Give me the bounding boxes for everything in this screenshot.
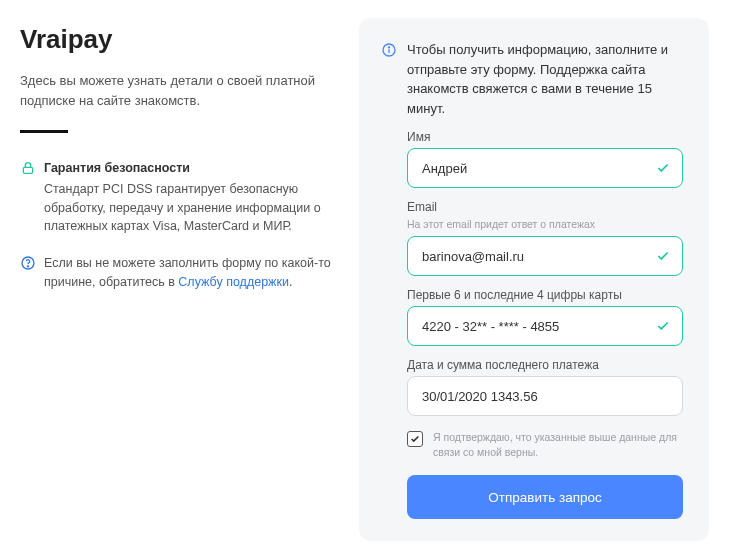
- card-label: Первые 6 и последние 4 цифры карты: [407, 288, 683, 302]
- submit-button[interactable]: Отправить запрос: [407, 475, 683, 519]
- svg-rect-0: [23, 167, 32, 173]
- check-icon: [656, 249, 670, 263]
- consent-text: Я подтверждаю, что указанные выше данные…: [433, 430, 683, 459]
- form-notice: Чтобы получить информацию, заполните и о…: [407, 40, 683, 118]
- payment-input[interactable]: [422, 389, 646, 404]
- security-heading: Гарантия безопасности: [44, 159, 335, 178]
- card-input[interactable]: [422, 319, 646, 334]
- svg-point-2: [27, 266, 28, 267]
- payment-input-wrap[interactable]: [407, 376, 683, 416]
- payment-label: Дата и сумма последнего платежа: [407, 358, 683, 372]
- page-title: Vraipay: [20, 24, 335, 55]
- name-label: Имя: [407, 130, 683, 144]
- check-icon: [656, 161, 670, 175]
- support-link[interactable]: Службу поддержки: [178, 275, 289, 289]
- consent-checkbox[interactable]: [407, 431, 423, 447]
- info-icon: [381, 42, 397, 58]
- name-input-wrap[interactable]: [407, 148, 683, 188]
- card-input-wrap[interactable]: [407, 306, 683, 346]
- check-icon: [656, 319, 670, 333]
- page-subtitle: Здесь вы можете узнать детали о своей пл…: [20, 71, 335, 110]
- security-text: Стандарт PCI DSS гарантирует безопасную …: [44, 182, 321, 234]
- name-input[interactable]: [422, 161, 646, 176]
- help-text: Если вы не можете заполнить форму по как…: [44, 254, 335, 292]
- divider: [20, 130, 68, 133]
- email-hint: На этот email придет ответ о платежах: [407, 218, 683, 230]
- email-label: Email: [407, 200, 683, 214]
- svg-point-5: [388, 47, 389, 48]
- email-input-wrap[interactable]: [407, 236, 683, 276]
- email-input[interactable]: [422, 249, 646, 264]
- question-icon: [20, 255, 36, 271]
- lock-icon: [20, 160, 36, 176]
